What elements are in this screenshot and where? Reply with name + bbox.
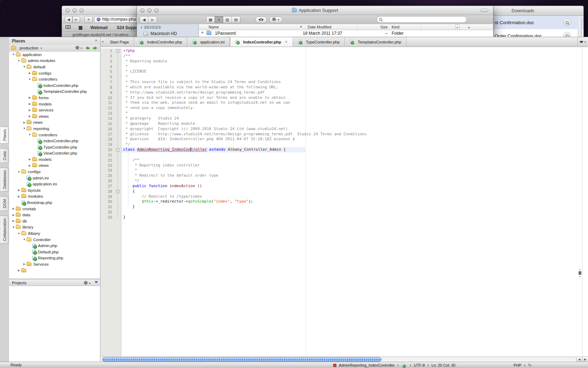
projects-settings-button[interactable]: ▼ <box>84 281 91 286</box>
column-date-modified[interactable]: Date Modified <box>308 25 331 29</box>
tree-item-admin-ini[interactable]: admin.ini <box>9 175 100 181</box>
icon-view-button[interactable]: ▦ <box>206 16 215 23</box>
collapse-icon[interactable]: ▼ <box>17 232 21 235</box>
side-tab-collaboration[interactable]: Collaboration <box>0 216 9 244</box>
column-view-button[interactable]: ▥ <box>223 16 232 23</box>
fold-toggle-icon[interactable]: − <box>116 49 119 53</box>
tree-item-configs[interactable]: ▶configs <box>9 70 100 76</box>
toolbar-toggle-button[interactable] <box>481 9 488 12</box>
spinner-icon[interactable]: ▲▼ <box>397 364 399 367</box>
collapse-icon[interactable]: ▼ <box>22 65 27 68</box>
collapse-icon[interactable]: ▼ <box>11 226 16 229</box>
tree-item-models[interactable]: ▶models <box>9 101 100 107</box>
context-label[interactable]: AdminReporting_IndexController <box>339 363 395 367</box>
tree-item-reporting-php[interactable]: Reporting.php <box>9 255 100 261</box>
tree-item-layouts[interactable]: ▶layouts <box>9 187 100 193</box>
minimize-button[interactable] <box>72 8 77 13</box>
editor-tab-application-ini[interactable]: application.ini <box>187 37 230 47</box>
collapse-icon[interactable]: ▼ <box>28 78 32 81</box>
close-tab-icon[interactable]: ✕ <box>285 40 287 44</box>
tree-item-crontab[interactable]: ▶crontab <box>9 206 100 212</box>
expand-icon[interactable]: ▶ <box>28 115 32 118</box>
sidebar-item-macintosh-hd[interactable]: Macintosh HD <box>143 31 198 36</box>
tree-item-bootstrap-php[interactable]: Bootstrap.php <box>9 199 100 206</box>
quicklook-button[interactable] <box>255 16 267 23</box>
expand-icon[interactable]: ▶ <box>28 102 32 105</box>
back-arrow-icon[interactable] <box>85 46 90 50</box>
expand-icon[interactable]: ▶ <box>11 207 16 210</box>
action-button[interactable]: ▼ <box>269 16 282 23</box>
collapse-icon[interactable]: ▼ <box>17 170 21 173</box>
tree-item-admin-modules[interactable]: ▼admin-modules <box>9 58 100 64</box>
tree-item-application[interactable]: ▼application <box>9 52 100 58</box>
coverflow-view-button[interactable]: ▤ <box>232 16 240 23</box>
column-name[interactable]: Name <box>209 25 219 29</box>
side-tab-code[interactable]: Code <box>0 148 9 163</box>
top-sites-icon[interactable]: ▦ <box>78 25 83 30</box>
editor-tab-indexcontroller-php[interactable]: IndexController.php <box>134 37 187 47</box>
scrollbar-thumb[interactable] <box>102 357 382 362</box>
tree-item-default-php[interactable]: Default.php <box>9 249 100 255</box>
tree-item-data[interactable]: ▶data <box>9 212 100 218</box>
search-field[interactable] <box>377 16 467 23</box>
expand-icon[interactable]: ▶ <box>22 263 27 266</box>
tree-item-application-ini[interactable]: application.ini <box>9 181 100 187</box>
back-button[interactable]: ◀ <box>140 16 148 23</box>
table-row[interactable]: ▶1Password18 March 2011 17:37--Folder <box>199 30 493 36</box>
editor-tab-indexcontroller-php[interactable]: IndexController.php✕ <box>230 37 293 47</box>
tree-item-views[interactable]: ▶views <box>9 163 100 169</box>
tree-item-services[interactable]: ▶Services <box>9 261 100 267</box>
tree-item-default[interactable]: ▼default <box>9 64 100 70</box>
tree-item-modules[interactable]: ▶modules <box>9 193 100 200</box>
expand-icon[interactable]: ▶ <box>28 158 32 161</box>
collapse-icon[interactable]: ▼ <box>22 238 27 241</box>
expand-icon[interactable]: ▶ <box>22 121 27 124</box>
horizontal-scrollbar[interactable]: ◀ ▶ <box>100 356 588 362</box>
downloads-scrollbar[interactable] <box>578 16 582 38</box>
fold-toggle-icon[interactable]: − <box>116 190 119 193</box>
tree-item-typecontroller-php[interactable]: TypeController.php <box>9 144 100 150</box>
expand-icon[interactable]: ▶ <box>11 219 16 223</box>
tree-item-indexcontroller-php[interactable]: IndexController.php <box>9 138 100 144</box>
encoding-label[interactable]: UTF-8 <box>414 363 425 367</box>
tree-item-controllers[interactable]: ▼controllers <box>9 76 100 82</box>
code-editor[interactable]: 1−234567891011121314151617181920−2122232… <box>100 47 588 356</box>
bookmarks-icon[interactable] <box>65 25 71 30</box>
expand-icon[interactable]: ▶ <box>17 189 21 192</box>
close-button[interactable] <box>65 8 70 13</box>
expand-icon[interactable]: ▶ <box>28 96 32 99</box>
places-settings-button[interactable]: ▼ <box>75 46 83 50</box>
side-tab-databases[interactable]: Databases <box>0 168 9 192</box>
close-tab-strip-button[interactable]: ✕ <box>100 37 105 47</box>
filter-icon[interactable] <box>94 281 98 284</box>
tree-item-library[interactable]: ▼library <box>9 224 100 231</box>
expand-icon[interactable]: ▶ <box>17 195 21 198</box>
spinner-icon[interactable]: ▲▼ <box>427 364 429 367</box>
list-view-button[interactable]: ≡ <box>215 16 223 23</box>
tab-list-dropdown-button[interactable]: ▼ <box>578 37 588 47</box>
column-size[interactable]: Size <box>374 25 388 29</box>
tree-item-albany[interactable]: ▼Albany <box>9 230 100 237</box>
forward-arrow-icon[interactable] <box>93 46 97 50</box>
fold-toggle-icon[interactable]: − <box>116 148 119 151</box>
side-tab-dom[interactable]: DOM <box>0 196 9 211</box>
sort-arrow-icon[interactable]: ▲ <box>300 25 302 28</box>
tree-item-views[interactable]: ▶views <box>9 113 100 120</box>
close-panel-button[interactable]: × <box>95 38 97 43</box>
tree-item-admin-php[interactable]: Admin.php <box>9 243 100 249</box>
zoom-button[interactable] <box>79 8 84 13</box>
language-label[interactable]: PHP <box>513 363 522 367</box>
collapse-icon[interactable]: ▼ <box>22 127 27 130</box>
mini-scrollbar[interactable]: ▲ <box>455 25 460 30</box>
expand-icon[interactable]: ▶ <box>17 269 21 272</box>
reveal-in-finder-button[interactable] <box>563 19 571 26</box>
expand-icon[interactable]: ▶ <box>28 109 32 112</box>
tree-item-configs[interactable]: ▼configs <box>9 169 100 175</box>
tree-item-forms[interactable]: ▶forms <box>9 95 100 101</box>
tree-item[interactable]: ▶ <box>9 267 100 274</box>
editor-tab-start-page[interactable]: Start Page <box>105 37 134 47</box>
new-tab-button[interactable]: + <box>84 16 93 23</box>
column-kind[interactable]: Kind <box>392 25 399 29</box>
scrollbar-thumb[interactable] <box>579 17 582 37</box>
forward-button[interactable]: ▶ <box>72 16 80 23</box>
